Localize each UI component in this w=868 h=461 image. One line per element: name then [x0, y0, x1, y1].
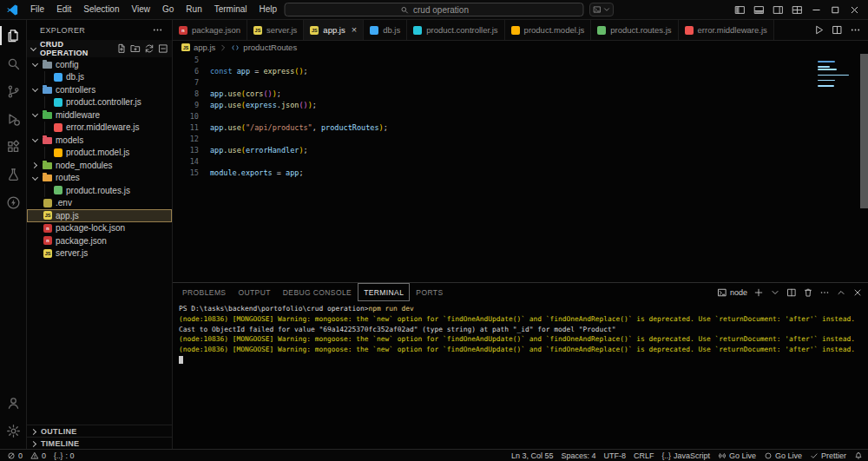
code-editor[interactable]: 56const app = express();78app.use(cors()…	[173, 54, 868, 282]
panel-tab-terminal[interactable]: TERMINAL	[358, 283, 410, 301]
activity-account[interactable]	[0, 390, 26, 416]
code-line-6[interactable]: 6const app = express();	[173, 66, 868, 77]
split-terminal-icon[interactable]	[786, 287, 797, 298]
maximize-panel-icon[interactable]	[836, 287, 846, 298]
tab-server-js[interactable]: JSserver.js	[247, 20, 304, 40]
code-line-12[interactable]: 12	[173, 134, 868, 145]
code-line-13[interactable]: 13app.use(errorHandler);	[173, 145, 868, 156]
tab-package-json[interactable]: npackage.json	[173, 20, 247, 40]
tree-item-config[interactable]: config	[27, 58, 172, 71]
editor-scrollbar[interactable]	[860, 54, 868, 208]
activity-extensions[interactable]	[0, 134, 26, 160]
activity-explorer[interactable]	[0, 23, 26, 49]
menu-view[interactable]: View	[126, 0, 157, 19]
minimize-window-icon[interactable]	[811, 4, 822, 16]
toggle-panel-icon[interactable]	[753, 4, 765, 16]
run-task-dropdown[interactable]	[589, 3, 614, 16]
menu-edit[interactable]: Edit	[50, 0, 77, 19]
tree-item-product-routes-js[interactable]: product.routes.js	[27, 184, 172, 197]
editor-more-icon[interactable]	[850, 24, 861, 36]
close-icon[interactable]: ×	[352, 25, 357, 35]
toggle-secondary-sidebar-icon[interactable]	[773, 4, 784, 16]
tab-product-controller-js[interactable]: product.controller.js	[407, 20, 504, 40]
menu-run[interactable]: Run	[180, 0, 207, 19]
tab-app-js[interactable]: JSapp.js×	[304, 20, 364, 40]
terminal-profile[interactable]: node	[717, 287, 747, 298]
activity-settings[interactable]	[0, 418, 26, 444]
maximize-window-icon[interactable]	[830, 4, 841, 16]
status-go-live[interactable]: Go Live	[764, 451, 802, 460]
code-line-7[interactable]: 7	[173, 77, 868, 89]
new-terminal-icon[interactable]	[753, 287, 764, 298]
code-line-14[interactable]: 14	[173, 156, 868, 168]
panel-tab-debug-console[interactable]: DEBUG CONSOLE	[277, 283, 358, 301]
activity-testing[interactable]	[0, 161, 26, 188]
run-file-icon[interactable]	[813, 24, 825, 36]
panel-tab-output[interactable]: OUTPUT	[232, 283, 276, 301]
status-prettier[interactable]: Prettier	[810, 451, 846, 460]
menu-help[interactable]: Help	[253, 0, 284, 19]
status-go-live-port[interactable]: Go Live	[718, 451, 756, 460]
menu-go[interactable]: Go	[156, 0, 180, 19]
terminal-output[interactable]: PS D:\tasks\backend\portofolio\crud oper…	[173, 301, 868, 449]
activity-search[interactable]	[0, 50, 26, 76]
tree-item-middleware[interactable]: middleware	[27, 109, 172, 122]
activity-run-debug[interactable]	[0, 106, 26, 132]
activity-source-control[interactable]	[0, 78, 26, 104]
kill-terminal-icon[interactable]	[803, 287, 813, 298]
menu-terminal[interactable]: Terminal	[208, 0, 253, 19]
tree-item-app-js[interactable]: JSapp.js	[27, 209, 172, 222]
code-line-15[interactable]: 15module.exports = app;	[173, 168, 868, 179]
outline-section[interactable]: OUTLINE	[27, 425, 172, 437]
status-encoding[interactable]: UTF-8	[603, 451, 626, 460]
new-folder-icon[interactable]	[130, 43, 141, 54]
menu-selection[interactable]: Selection	[77, 0, 125, 19]
tree-item-product-model-js[interactable]: product.model.js	[27, 147, 172, 160]
collapse-folders-icon[interactable]	[158, 43, 168, 54]
status-warnings[interactable]: 0	[30, 451, 46, 460]
code-line-10[interactable]: 10	[173, 111, 868, 122]
panel-tab-ports[interactable]: PORTS	[410, 283, 449, 301]
panel-tab-problems[interactable]: PROBLEMS	[176, 283, 232, 301]
new-file-icon[interactable]	[116, 43, 127, 54]
status-language[interactable]: {..}JavaScript	[661, 451, 709, 460]
tree-item-db-js[interactable]: db.js	[27, 71, 172, 84]
status-notifications[interactable]	[854, 451, 863, 460]
tab-product-routes-js[interactable]: product.routes.js	[591, 20, 678, 40]
tree-item-node-modules[interactable]: node_modules	[27, 159, 172, 172]
status-cursor-position[interactable]: Ln 3, Col 55	[511, 451, 554, 460]
status-indentation[interactable]: Spaces: 4	[561, 451, 595, 460]
tree-item-models[interactable]: models	[27, 134, 172, 147]
tree-item-controllers[interactable]: controllers	[27, 83, 172, 96]
status-errors[interactable]: 0	[7, 451, 23, 460]
menu-file[interactable]: File	[24, 0, 50, 19]
search-input[interactable]: crud operation	[285, 3, 584, 16]
tree-item-package-lock-json[interactable]: npackage-lock.json	[27, 222, 172, 235]
tree-item-product-controller-js[interactable]: product.controller.js	[27, 96, 172, 109]
close-panel-icon[interactable]	[852, 287, 863, 298]
split-editor-icon[interactable]	[832, 24, 843, 36]
tree-item-package-json[interactable]: npackage.json	[27, 234, 172, 247]
status-eol[interactable]: CRLF	[634, 451, 654, 460]
breadcrumb-file[interactable]: app.js	[194, 43, 215, 52]
close-window-icon[interactable]	[849, 4, 860, 16]
tree-item-server-js[interactable]: JSserver.js	[27, 247, 172, 260]
tab-error-middleware-js[interactable]: error.middleware.js	[679, 20, 774, 40]
status-count[interactable]: {..}: 0	[54, 451, 74, 460]
panel-more-icon[interactable]	[819, 287, 830, 298]
code-line-11[interactable]: 11app.use("/api/products", productRoutes…	[173, 122, 868, 134]
refresh-explorer-icon[interactable]	[144, 43, 155, 54]
tab-db-js[interactable]: db.js	[364, 20, 407, 40]
toggle-sidebar-icon[interactable]	[734, 4, 746, 16]
code-line-9[interactable]: 9app.use(express.json());	[173, 100, 868, 111]
tree-item--env[interactable]: .env	[27, 197, 172, 210]
customize-layout-icon[interactable]	[792, 4, 803, 16]
tree-item-routes[interactable]: routes	[27, 172, 172, 185]
tree-item-error-middleware-js[interactable]: error.middleware.js	[27, 122, 172, 135]
minimap[interactable]	[818, 58, 854, 87]
tab-product-model-js[interactable]: product.model.js	[505, 20, 592, 40]
breadcrumb-symbol[interactable]: productRoutes	[243, 43, 297, 52]
project-section-header[interactable]: CRUD OPERATION	[27, 40, 172, 57]
explorer-more-icon[interactable]	[152, 24, 163, 36]
activity-thunder-client[interactable]	[0, 189, 26, 215]
